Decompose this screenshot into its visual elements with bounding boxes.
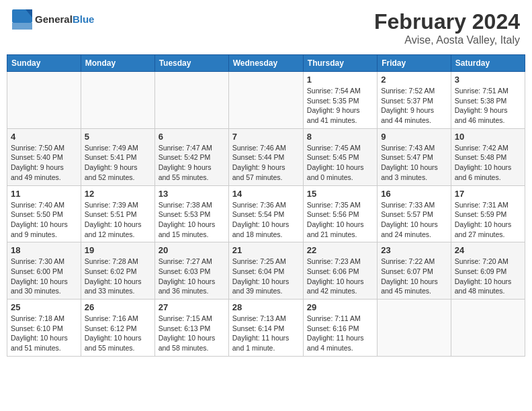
day-info: Sunrise: 7:42 AM Sunset: 5:48 PM Dayligh… bbox=[455, 143, 521, 183]
day-info: Sunrise: 7:49 AM Sunset: 5:41 PM Dayligh… bbox=[85, 143, 151, 183]
column-header-friday: Friday bbox=[378, 55, 451, 72]
day-cell bbox=[378, 300, 451, 357]
day-info: Sunrise: 7:51 AM Sunset: 5:38 PM Dayligh… bbox=[455, 86, 521, 126]
day-info: Sunrise: 7:38 AM Sunset: 5:53 PM Dayligh… bbox=[159, 200, 225, 240]
svg-marker-1 bbox=[12, 23, 32, 30]
calendar-table: SundayMondayTuesdayWednesdayThursdayFrid… bbox=[7, 54, 525, 357]
day-cell bbox=[7, 72, 81, 129]
day-number: 7 bbox=[232, 132, 300, 142]
logo-icon bbox=[12, 9, 32, 30]
day-number: 2 bbox=[381, 75, 447, 85]
day-number: 9 bbox=[381, 132, 447, 142]
day-cell bbox=[81, 72, 154, 129]
day-number: 4 bbox=[11, 132, 77, 142]
day-info: Sunrise: 7:39 AM Sunset: 5:51 PM Dayligh… bbox=[85, 200, 151, 240]
day-number: 10 bbox=[455, 132, 521, 142]
day-cell: 8Sunrise: 7:45 AM Sunset: 5:45 PM Daylig… bbox=[303, 128, 377, 185]
logo-blue: Blue bbox=[73, 13, 95, 25]
day-cell: 6Sunrise: 7:47 AM Sunset: 5:42 PM Daylig… bbox=[154, 128, 228, 185]
day-cell: 22Sunrise: 7:23 AM Sunset: 6:06 PM Dayli… bbox=[303, 242, 377, 300]
day-number: 18 bbox=[11, 245, 77, 255]
day-info: Sunrise: 7:45 AM Sunset: 5:45 PM Dayligh… bbox=[307, 143, 373, 183]
day-cell: 29Sunrise: 7:11 AM Sunset: 6:16 PM Dayli… bbox=[303, 300, 377, 357]
day-info: Sunrise: 7:18 AM Sunset: 6:10 PM Dayligh… bbox=[11, 314, 77, 353]
day-info: Sunrise: 7:52 AM Sunset: 5:37 PM Dayligh… bbox=[381, 86, 447, 126]
day-info: Sunrise: 7:36 AM Sunset: 5:54 PM Dayligh… bbox=[232, 200, 300, 240]
day-info: Sunrise: 7:11 AM Sunset: 6:16 PM Dayligh… bbox=[307, 314, 373, 353]
day-cell bbox=[154, 72, 228, 129]
day-cell: 5Sunrise: 7:49 AM Sunset: 5:41 PM Daylig… bbox=[81, 128, 154, 185]
day-info: Sunrise: 7:47 AM Sunset: 5:42 PM Dayligh… bbox=[159, 143, 225, 183]
day-cell bbox=[451, 300, 525, 357]
logo: GeneralBlue bbox=[12, 9, 94, 30]
title-block: February 2024 Avise, Aosta Valley, Italy bbox=[374, 9, 520, 46]
day-number: 11 bbox=[11, 189, 77, 199]
day-number: 12 bbox=[85, 189, 151, 199]
day-info: Sunrise: 7:23 AM Sunset: 6:06 PM Dayligh… bbox=[307, 257, 373, 296]
day-info: Sunrise: 7:30 AM Sunset: 6:00 PM Dayligh… bbox=[11, 257, 77, 296]
day-cell: 21Sunrise: 7:25 AM Sunset: 6:04 PM Dayli… bbox=[228, 242, 303, 300]
day-cell: 16Sunrise: 7:33 AM Sunset: 5:57 PM Dayli… bbox=[378, 185, 451, 242]
column-header-tuesday: Tuesday bbox=[154, 55, 228, 72]
day-info: Sunrise: 7:28 AM Sunset: 6:02 PM Dayligh… bbox=[85, 257, 151, 296]
day-cell: 4Sunrise: 7:50 AM Sunset: 5:40 PM Daylig… bbox=[7, 128, 81, 185]
day-number: 21 bbox=[232, 245, 300, 255]
week-row-4: 18Sunrise: 7:30 AM Sunset: 6:00 PM Dayli… bbox=[7, 242, 525, 300]
day-number: 22 bbox=[307, 245, 373, 255]
column-header-saturday: Saturday bbox=[451, 55, 525, 72]
day-cell: 25Sunrise: 7:18 AM Sunset: 6:10 PM Dayli… bbox=[7, 300, 81, 357]
day-cell: 1Sunrise: 7:54 AM Sunset: 5:35 PM Daylig… bbox=[303, 72, 377, 129]
day-number: 15 bbox=[307, 189, 373, 199]
day-number: 16 bbox=[381, 189, 447, 199]
logo-general: General bbox=[35, 13, 73, 25]
day-cell bbox=[228, 72, 303, 129]
day-info: Sunrise: 7:22 AM Sunset: 6:07 PM Dayligh… bbox=[381, 257, 447, 296]
day-cell: 20Sunrise: 7:27 AM Sunset: 6:03 PM Dayli… bbox=[154, 242, 228, 300]
day-number: 1 bbox=[307, 75, 373, 85]
day-number: 3 bbox=[455, 75, 521, 85]
week-row-5: 25Sunrise: 7:18 AM Sunset: 6:10 PM Dayli… bbox=[7, 300, 525, 357]
column-header-thursday: Thursday bbox=[303, 55, 377, 72]
day-number: 13 bbox=[159, 189, 225, 199]
day-cell: 13Sunrise: 7:38 AM Sunset: 5:53 PM Dayli… bbox=[154, 185, 228, 242]
day-cell: 28Sunrise: 7:13 AM Sunset: 6:14 PM Dayli… bbox=[228, 300, 303, 357]
day-number: 23 bbox=[381, 245, 447, 255]
day-info: Sunrise: 7:54 AM Sunset: 5:35 PM Dayligh… bbox=[307, 86, 373, 126]
day-info: Sunrise: 7:27 AM Sunset: 6:03 PM Dayligh… bbox=[159, 257, 225, 296]
day-cell: 24Sunrise: 7:20 AM Sunset: 6:09 PM Dayli… bbox=[451, 242, 525, 300]
day-cell: 12Sunrise: 7:39 AM Sunset: 5:51 PM Dayli… bbox=[81, 185, 154, 242]
week-row-2: 4Sunrise: 7:50 AM Sunset: 5:40 PM Daylig… bbox=[7, 128, 525, 185]
day-number: 29 bbox=[307, 302, 373, 312]
day-info: Sunrise: 7:43 AM Sunset: 5:47 PM Dayligh… bbox=[381, 143, 447, 183]
day-number: 6 bbox=[159, 132, 225, 142]
day-cell: 9Sunrise: 7:43 AM Sunset: 5:47 PM Daylig… bbox=[378, 128, 451, 185]
day-number: 24 bbox=[455, 245, 521, 255]
calendar-header-row: SundayMondayTuesdayWednesdayThursdayFrid… bbox=[7, 55, 525, 72]
day-cell: 2Sunrise: 7:52 AM Sunset: 5:37 PM Daylig… bbox=[378, 72, 451, 129]
day-cell: 11Sunrise: 7:40 AM Sunset: 5:50 PM Dayli… bbox=[7, 185, 81, 242]
column-header-wednesday: Wednesday bbox=[228, 55, 303, 72]
day-cell: 17Sunrise: 7:31 AM Sunset: 5:59 PM Dayli… bbox=[451, 185, 525, 242]
location-title: Avise, Aosta Valley, Italy bbox=[374, 34, 520, 46]
day-cell: 23Sunrise: 7:22 AM Sunset: 6:07 PM Dayli… bbox=[378, 242, 451, 300]
day-info: Sunrise: 7:40 AM Sunset: 5:50 PM Dayligh… bbox=[11, 200, 77, 240]
column-header-monday: Monday bbox=[81, 55, 154, 72]
day-number: 17 bbox=[455, 189, 521, 199]
day-info: Sunrise: 7:20 AM Sunset: 6:09 PM Dayligh… bbox=[455, 257, 521, 296]
day-cell: 15Sunrise: 7:35 AM Sunset: 5:56 PM Dayli… bbox=[303, 185, 377, 242]
week-row-3: 11Sunrise: 7:40 AM Sunset: 5:50 PM Dayli… bbox=[7, 185, 525, 242]
day-cell: 3Sunrise: 7:51 AM Sunset: 5:38 PM Daylig… bbox=[451, 72, 525, 129]
day-number: 14 bbox=[232, 189, 300, 199]
day-number: 25 bbox=[11, 302, 77, 312]
day-cell: 14Sunrise: 7:36 AM Sunset: 5:54 PM Dayli… bbox=[228, 185, 303, 242]
day-info: Sunrise: 7:33 AM Sunset: 5:57 PM Dayligh… bbox=[381, 200, 447, 240]
column-header-sunday: Sunday bbox=[7, 55, 81, 72]
day-info: Sunrise: 7:13 AM Sunset: 6:14 PM Dayligh… bbox=[232, 314, 300, 353]
day-info: Sunrise: 7:25 AM Sunset: 6:04 PM Dayligh… bbox=[232, 257, 300, 296]
day-cell: 18Sunrise: 7:30 AM Sunset: 6:00 PM Dayli… bbox=[7, 242, 81, 300]
day-cell: 7Sunrise: 7:46 AM Sunset: 5:44 PM Daylig… bbox=[228, 128, 303, 185]
day-cell: 10Sunrise: 7:42 AM Sunset: 5:48 PM Dayli… bbox=[451, 128, 525, 185]
week-row-1: 1Sunrise: 7:54 AM Sunset: 5:35 PM Daylig… bbox=[7, 72, 525, 129]
day-info: Sunrise: 7:50 AM Sunset: 5:40 PM Dayligh… bbox=[11, 143, 77, 183]
day-info: Sunrise: 7:15 AM Sunset: 6:13 PM Dayligh… bbox=[159, 314, 225, 353]
